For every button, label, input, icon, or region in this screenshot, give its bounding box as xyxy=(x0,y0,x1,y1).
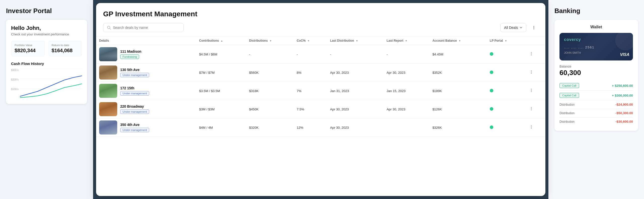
chart-label-200k: $200 k xyxy=(11,78,19,81)
portfolio-label: Portfolio Value xyxy=(15,44,42,47)
deal-lp-portal xyxy=(487,63,526,82)
deal-lp-portal xyxy=(487,45,526,63)
deal-action-cell xyxy=(525,100,545,118)
deal-badge: Under management xyxy=(120,73,149,77)
deal-action-cell xyxy=(525,82,545,100)
svg-point-7 xyxy=(534,29,534,29)
sort-icon-distributions: ▼ xyxy=(269,39,272,42)
table-row: 350 4th Ave Under management $4M / 4M $3… xyxy=(96,118,545,137)
deal-action-button[interactable] xyxy=(528,70,534,75)
sort-icon-last-report: ▼ xyxy=(405,39,408,42)
deal-badge: Under management xyxy=(120,109,149,114)
deal-name: 172 15th xyxy=(120,86,149,90)
deal-image xyxy=(99,102,117,116)
transaction-amount: + $250,600.00 xyxy=(612,84,633,88)
table-row: 111 Madison Fundraising $4.5M / $6M - - … xyxy=(96,45,545,63)
search-input[interactable] xyxy=(113,26,180,30)
kebab-icon xyxy=(529,107,533,111)
col-header-lp-portal[interactable]: LP Portal ▼ xyxy=(487,36,526,45)
col-header-last-distribution[interactable]: Last Distribution ▼ xyxy=(327,36,384,45)
chevron-down-icon xyxy=(519,26,522,29)
deal-last-distribution: - xyxy=(327,45,384,63)
deal-contributions: $4M / 4M xyxy=(196,118,246,137)
transaction-item: Capital Call + $300,000.00 xyxy=(559,91,633,100)
wallet-section: Wallet covercy .... .... .... 2561 JOHN … xyxy=(554,20,638,131)
kebab-icon xyxy=(532,25,536,30)
deals-table: Details Contributions ▲ Distributions ▼ … xyxy=(96,36,545,137)
lp-status-dot xyxy=(490,71,493,74)
deal-action-button[interactable] xyxy=(528,52,534,57)
more-options-button[interactable] xyxy=(529,23,538,32)
balance-value: 60,300 xyxy=(559,69,633,77)
col-header-contributions[interactable]: Contributions ▲ xyxy=(196,36,246,45)
svg-point-6 xyxy=(534,27,534,28)
deal-name: 130 5th Ave xyxy=(120,68,149,72)
chart-label-100k: $100 k xyxy=(11,88,19,91)
deal-image xyxy=(99,47,117,61)
deal-action-cell xyxy=(525,45,545,63)
deal-contributions: $3M / $3M xyxy=(196,100,246,118)
svg-point-16 xyxy=(531,91,532,92)
deal-action-cell xyxy=(525,118,545,137)
deal-last-distribution: Apr 30, 2023 xyxy=(327,63,384,82)
deal-distributions: $320K xyxy=(246,118,294,137)
svg-line-4 xyxy=(110,28,111,29)
kebab-icon xyxy=(529,88,533,92)
sort-icon-coc: ▼ xyxy=(307,39,310,42)
transaction-list: Capital Call + $250,600.00 Capital Call … xyxy=(559,81,633,126)
table-row: 220 Broadway Under management $3M / $3M … xyxy=(96,100,545,118)
deal-info: 350 4th Ave Under management xyxy=(120,123,149,132)
table-header-row: Details Contributions ▲ Distributions ▼ … xyxy=(96,36,545,45)
chart-label-300k: $300 k xyxy=(11,69,19,72)
deal-details-cell: 111 Madison Fundraising xyxy=(96,45,196,63)
deal-action-button[interactable] xyxy=(528,125,534,130)
transaction-amount: -$50,300.00 xyxy=(616,111,633,115)
svg-point-19 xyxy=(531,109,532,110)
deal-action-button[interactable] xyxy=(528,88,534,94)
deal-lp-portal xyxy=(487,82,526,100)
col-header-coc[interactable]: CoC% ▼ xyxy=(294,36,327,45)
greeting-text: Hello John, xyxy=(11,25,82,31)
deal-image xyxy=(99,84,117,98)
deal-distributions: $318K xyxy=(246,82,294,100)
deal-last-distribution: Apr 30, 2023 xyxy=(327,100,384,118)
table-row: 172 15th Under management $3.5M / $3.5M … xyxy=(96,82,545,100)
table-row: 130 5th Ave Under management $7M / $7M $… xyxy=(96,63,545,82)
search-box[interactable] xyxy=(103,23,184,32)
all-deals-dropdown[interactable]: All Deals xyxy=(500,23,526,32)
card-network: VISA xyxy=(620,52,629,57)
transaction-item: Distribution -$30,600.00 xyxy=(559,117,633,126)
return-label: Return to date xyxy=(52,44,78,47)
deal-details-cell: 172 15th Under management xyxy=(96,82,196,100)
deal-coc: 8% xyxy=(294,63,327,82)
deal-badge: Under management xyxy=(120,91,149,96)
col-header-last-report[interactable]: Last Report ▼ xyxy=(384,36,429,45)
deal-distributions: - xyxy=(246,45,294,63)
deal-last-distribution: Jan 31, 2023 xyxy=(327,82,384,100)
col-header-account-balance[interactable]: Account Balance ▼ xyxy=(429,36,487,45)
transaction-type-label: Distribution xyxy=(559,111,575,115)
deal-action-button[interactable] xyxy=(528,107,534,112)
deal-coc: 7% xyxy=(294,82,327,100)
deal-contributions: $4.5M / $6M xyxy=(196,45,246,63)
cash-flow-title: Cash Flow History xyxy=(11,61,82,66)
svg-point-8 xyxy=(531,52,532,53)
deal-info: 130 5th Ave Under management xyxy=(120,68,149,77)
deal-coc: - xyxy=(294,45,327,63)
deal-badge: Under management xyxy=(120,128,149,132)
deal-name: 220 Broadway xyxy=(120,104,149,108)
center-title: GP Investment Management xyxy=(103,10,538,18)
deal-lp-portal xyxy=(487,118,526,137)
investor-card: Hello John, Check out your investment pe… xyxy=(6,20,87,104)
lp-status-dot xyxy=(490,89,493,92)
deal-distributions: $450K xyxy=(246,100,294,118)
deal-info: 111 Madison Fundraising xyxy=(120,49,141,59)
sort-icon-lp: ▼ xyxy=(505,39,507,42)
col-header-details[interactable]: Details xyxy=(96,36,196,45)
search-icon xyxy=(107,26,111,30)
return-value-box: Return to date $164,068 xyxy=(48,41,82,56)
col-header-distributions[interactable]: Distributions ▼ xyxy=(246,36,294,45)
deal-action-cell xyxy=(525,63,545,82)
kebab-icon xyxy=(529,125,533,129)
svg-point-21 xyxy=(531,126,532,127)
